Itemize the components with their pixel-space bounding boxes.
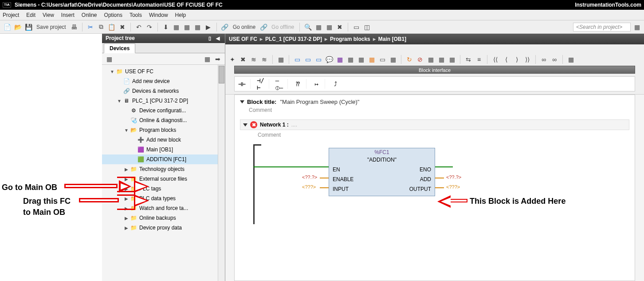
save-icon[interactable]: 💾 [24, 23, 33, 32]
collapse-left-icon[interactable]: ◀ [214, 35, 221, 42]
tree-item[interactable]: ➕Add new block [102, 135, 225, 145]
tree-item[interactable]: ▼📁USE OF FC [102, 67, 225, 76]
et-icon[interactable]: ⟨⟨ [491, 55, 500, 64]
tree-item[interactable]: ▼📂Program blocks [102, 125, 225, 135]
placeholder-add[interactable]: <??.?> [446, 174, 461, 180]
save-project-button[interactable]: Save project [35, 24, 68, 30]
download-icon[interactable]: ⬇ [161, 23, 170, 32]
expander-icon[interactable]: ▶ [123, 167, 130, 172]
expander-icon[interactable]: ▼ [123, 128, 130, 133]
et-icon[interactable]: ▦ [389, 55, 397, 64]
et-icon[interactable]: ∞ [550, 55, 559, 64]
network-comment[interactable]: Comment [258, 132, 629, 138]
accessible-devices-icon[interactable]: 🔍 [303, 23, 312, 32]
block-interface-bar[interactable]: Block interface [234, 66, 635, 74]
redo-icon[interactable]: ↷ [145, 23, 154, 32]
delete-icon[interactable]: ✖ [118, 23, 127, 32]
et-icon[interactable]: ▦ [357, 55, 365, 64]
et-icon[interactable]: ▦ [437, 55, 446, 64]
tree-item[interactable]: 🟪Main [OB1] [102, 145, 225, 154]
tree-item[interactable]: ▶📁Device proxy data [102, 223, 225, 233]
et-icon[interactable]: ∞ [539, 55, 548, 64]
menu-view[interactable]: View [43, 12, 54, 18]
undo-icon[interactable]: ↶ [134, 23, 143, 32]
et-icon[interactable]: ▦ [276, 55, 285, 64]
et-icon[interactable]: ≋ [249, 55, 258, 64]
go-online-icon[interactable]: 🔗 [220, 23, 229, 32]
expander-icon[interactable]: ▼ [116, 99, 122, 103]
menu-tools[interactable]: Tools [130, 12, 142, 18]
menu-insert[interactable]: Insert [61, 12, 75, 18]
collapse-icon[interactable] [243, 123, 247, 127]
menu-window[interactable]: Window [149, 12, 168, 18]
et-icon[interactable]: ▦ [367, 55, 376, 64]
pin-icon[interactable]: ▯ [206, 35, 213, 42]
et-icon[interactable]: 💬 [325, 55, 334, 64]
cut-icon[interactable]: ✂ [86, 23, 95, 32]
et-icon[interactable]: ▭ [303, 55, 312, 64]
tree-item[interactable]: 🔗Devices & networks [102, 86, 225, 96]
et-icon[interactable]: ⊘ [416, 55, 424, 64]
bc-1[interactable]: USE OF FC [229, 36, 257, 42]
expander-icon[interactable]: ▼ [109, 69, 115, 74]
tree-item[interactable]: ▶📁Online backups [102, 213, 225, 223]
empty-box-icon[interactable]: ⁇ [294, 79, 306, 89]
branch-icon[interactable]: ↦ [313, 79, 325, 89]
cross-icon[interactable]: ✖ [335, 23, 344, 32]
scroll-thumb[interactable] [219, 66, 224, 83]
ladder-network-canvas[interactable]: %FC1 "ADDITION" EN ENABLE INPUT ENO ADD … [240, 144, 629, 233]
menu-online[interactable]: Online [82, 12, 97, 18]
network-header[interactable]: ✖ Network 1 : .... [240, 119, 629, 130]
devices-tab[interactable]: Devices [104, 44, 135, 53]
et-icon[interactable]: ▦ [346, 55, 355, 64]
tb-icon-3[interactable]: ▦ [325, 23, 334, 32]
et-icon[interactable]: ⇆ [464, 55, 473, 64]
et-icon[interactable]: ▦ [426, 55, 435, 64]
menu-edit[interactable]: Edit [26, 12, 35, 18]
coil-icon[interactable]: –⦶– [275, 79, 288, 89]
port-en[interactable]: EN [333, 166, 353, 173]
tree-item[interactable]: ▶📁Technology objects [102, 164, 225, 174]
port-eno[interactable]: ENO [409, 166, 431, 173]
copy-icon[interactable]: ⧉ [97, 23, 106, 32]
hw-icon[interactable]: ▦ [172, 23, 181, 32]
go-online-button[interactable]: Go online [231, 24, 257, 30]
tree-grid-icon[interactable]: ▦ [203, 55, 212, 63]
fc-call-block[interactable]: %FC1 "ADDITION" EN ENABLE INPUT ENO ADD … [329, 148, 435, 196]
block-title-value[interactable]: "Main Program Sweep (Cycle)" [280, 99, 359, 105]
tree-item[interactable]: ▼🖥PLC_1 [CPU 317-2 DP] [102, 96, 225, 106]
compile-icon[interactable]: ▦ [183, 23, 192, 32]
tree-item[interactable]: 🩺Online & diagnosti... [102, 115, 225, 125]
et-icon[interactable]: ↻ [405, 55, 414, 64]
tree-item[interactable]: 🟩ADDITION [FC1] [102, 154, 225, 164]
expander-icon[interactable]: ▶ [123, 216, 130, 221]
et-icon[interactable]: ▦ [566, 55, 575, 64]
search-input[interactable]: <Search in project> [573, 23, 631, 32]
tree-item[interactable]: 📄Add new device [102, 76, 225, 86]
collapse-icon[interactable] [240, 100, 244, 103]
port-enable[interactable]: ENABLE [333, 176, 353, 182]
et-icon[interactable]: ✖ [239, 55, 247, 64]
sim-icon[interactable]: ▦ [193, 23, 202, 32]
open-project-icon[interactable]: 📂 [13, 23, 22, 32]
menu-options[interactable]: Options [104, 12, 122, 18]
split-h-icon[interactable]: ▭ [352, 23, 361, 32]
tb-icon-2[interactable]: ▦ [314, 23, 323, 32]
port-add[interactable]: ADD [409, 176, 431, 182]
et-icon[interactable]: ▭ [293, 55, 302, 64]
bc-3[interactable]: Program blocks [330, 36, 370, 42]
tree-nav-icon[interactable]: ➡ [213, 55, 222, 63]
et-icon[interactable]: ≡ [475, 55, 483, 64]
port-input[interactable]: INPUT [333, 186, 353, 192]
et-icon[interactable]: ⟩⟩ [523, 55, 532, 64]
contact-no-icon[interactable]: ⊣⊢ [238, 79, 251, 89]
tree-item[interactable]: ⚙Device configurati... [102, 106, 225, 115]
split-v-icon[interactable]: ◫ [362, 23, 371, 32]
et-icon[interactable]: ▦ [335, 55, 344, 64]
expander-icon[interactable]: ▶ [123, 226, 130, 230]
menu-project[interactable]: Project [3, 12, 19, 18]
branch-close-icon[interactable]: ⤴ [331, 79, 344, 89]
block-comment[interactable]: Comment [249, 107, 629, 113]
et-icon[interactable]: ▭ [314, 55, 323, 64]
placeholder-input[interactable]: <???> [302, 184, 316, 190]
